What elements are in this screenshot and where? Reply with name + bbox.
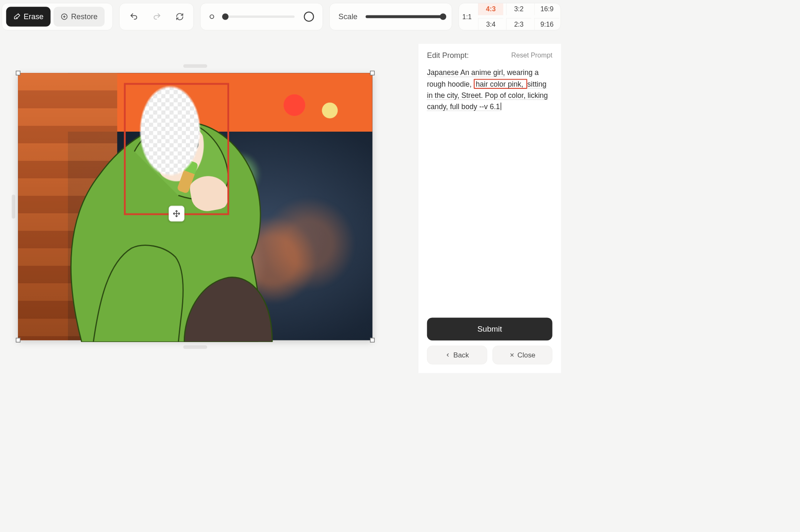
erase-restore-group: Erase Restore [2, 3, 113, 30]
restore-button[interactable]: Restore [53, 7, 105, 27]
crop-gutter-bottom[interactable] [183, 345, 208, 349]
reset-prompt-button[interactable]: Reset Prompt [511, 51, 552, 59]
submit-label: Submit [478, 325, 502, 334]
brush-small-icon [209, 13, 215, 20]
aspect-1-1[interactable]: 1:1 [459, 3, 475, 30]
refresh-icon [175, 12, 184, 21]
reset-history-button[interactable] [172, 8, 187, 25]
erase-mask [120, 82, 220, 205]
scale-thumb[interactable] [440, 13, 446, 20]
rail-actions: Submit Back Close [427, 317, 552, 364]
close-button[interactable]: Close [492, 346, 552, 365]
close-label: Close [518, 351, 535, 359]
chevron-left-icon [445, 352, 450, 358]
prompt-seg-1: Japanese An anime girl, [427, 68, 505, 77]
crop-corner-bl[interactable] [16, 338, 20, 342]
toolbar: Erase Restore [2, 3, 561, 30]
close-icon [509, 352, 515, 358]
undo-button[interactable] [126, 8, 141, 25]
erase-button[interactable]: Erase [6, 7, 51, 27]
scale-group: Scale [329, 3, 452, 30]
erase-label: Erase [24, 12, 44, 21]
back-button[interactable]: Back [427, 346, 487, 365]
plus-circle-icon [60, 13, 68, 20]
aspect-9-16[interactable]: 9:16 [534, 18, 559, 30]
brush-size-thumb[interactable] [222, 13, 228, 20]
right-rail: Edit Prompt: Reset Prompt Japanese An an… [418, 44, 561, 373]
crop-gutter-left[interactable] [12, 195, 15, 219]
aspect-3-2[interactable]: 3:2 [506, 3, 531, 15]
svg-point-1 [210, 15, 214, 18]
crop-corner-tl[interactable] [16, 71, 20, 75]
brush-size-group [200, 3, 323, 30]
text-caret [500, 102, 501, 110]
aspect-3-4[interactable]: 3:4 [478, 18, 503, 30]
back-label: Back [453, 351, 469, 359]
scale-slider[interactable] [365, 15, 443, 18]
brush-size-slider[interactable] [224, 15, 295, 18]
aspect-16-9[interactable]: 16:9 [534, 3, 559, 15]
rail-header: Edit Prompt: Reset Prompt [427, 51, 552, 60]
crop-gutter-top[interactable] [183, 64, 208, 67]
prompt-highlight: hair color pink, [474, 79, 528, 89]
prompt-textarea[interactable]: Japanese An anime girl, wearing a rough … [427, 67, 552, 112]
redo-icon [152, 12, 161, 21]
redo-button[interactable] [150, 8, 164, 25]
aspect-ratio-group: 1:1 4:3 3:2 16:9 3:4 2:3 9:16 [458, 3, 560, 30]
edit-prompt-title: Edit Prompt: [427, 51, 469, 60]
scale-label: Scale [338, 12, 358, 21]
crop-corner-tr[interactable] [370, 71, 375, 75]
move-icon [173, 210, 180, 217]
crop-corner-br[interactable] [370, 338, 375, 342]
aspect-4-3[interactable]: 4:3 [478, 3, 503, 15]
submit-button[interactable]: Submit [427, 317, 552, 340]
history-group [119, 3, 194, 30]
aspect-2-3[interactable]: 2:3 [506, 18, 531, 30]
svg-point-2 [304, 12, 313, 21]
eraser-icon [13, 13, 21, 20]
undo-icon [129, 12, 138, 21]
canvas-wrap [18, 73, 372, 340]
restore-label: Restore [71, 12, 98, 21]
image-canvas[interactable] [18, 73, 372, 340]
brush-large-icon [303, 11, 315, 22]
move-handle[interactable] [169, 206, 185, 222]
